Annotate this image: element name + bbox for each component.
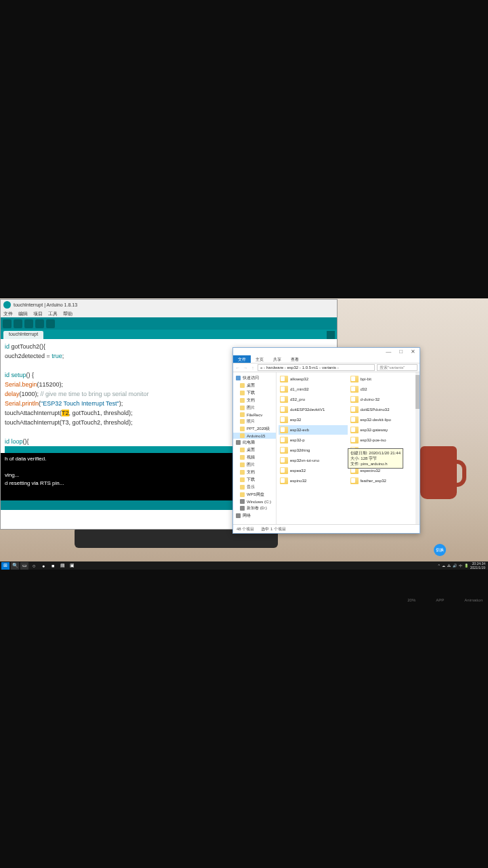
search-input[interactable]: 搜索"variants" bbox=[377, 364, 418, 371]
folder-icon bbox=[350, 396, 359, 403]
taskbar-taskview-icon[interactable]: ▭ bbox=[20, 562, 28, 570]
maximize-button[interactable]: □ bbox=[399, 349, 403, 355]
folder-icon bbox=[280, 477, 288, 484]
tree-pc-dl[interactable]: 下载 bbox=[233, 476, 276, 484]
tree-pc-docs[interactable]: 文档 bbox=[233, 469, 276, 476]
tree-photos[interactable]: 照片 bbox=[233, 418, 276, 425]
taskbar-app2-icon[interactable]: ■ bbox=[49, 562, 57, 570]
menu-sketch[interactable]: 项目 bbox=[33, 311, 43, 317]
tree-this-pc[interactable]: 此电脑 bbox=[233, 439, 276, 446]
folder-item[interactable]: espea32 bbox=[279, 466, 348, 475]
start-button[interactable]: ⊞ bbox=[1, 562, 9, 570]
file-explorer-window[interactable]: — □ ✕ 文件 主页 共享 查看 ← → ↑ « hardware esp32… bbox=[232, 347, 420, 534]
tree-filerecv[interactable]: FileRecv bbox=[233, 412, 276, 418]
taskbar-search-icon[interactable]: 🔍 bbox=[11, 562, 19, 570]
folder-icon bbox=[280, 447, 288, 454]
save-button[interactable] bbox=[46, 319, 55, 328]
folder-item[interactable]: esp32-poe-iso bbox=[349, 435, 418, 445]
tray-network-icon[interactable]: 🖧 bbox=[447, 564, 451, 568]
folder-item[interactable]: esp32 bbox=[279, 415, 348, 425]
tree-downloads[interactable]: 下载 bbox=[233, 389, 276, 397]
ribbon-share[interactable]: 共享 bbox=[268, 355, 286, 363]
tree-pictures[interactable]: 图片 bbox=[233, 404, 276, 412]
tray-up-icon[interactable]: ^ bbox=[438, 564, 439, 568]
folder-item[interactable]: d-duino-32 bbox=[349, 395, 418, 404]
tray-volume-icon[interactable]: 🔊 bbox=[453, 564, 457, 568]
arduino-tabs: touchInterrupt bbox=[1, 330, 337, 339]
folder-item[interactable]: feather_esp32 bbox=[349, 476, 418, 486]
tree-pc-desktop[interactable]: 桌面 bbox=[233, 446, 276, 454]
explorer-statusbar: 48 个项目 选中 1 个项目 bbox=[233, 524, 420, 533]
arduino-logo-icon bbox=[3, 301, 11, 309]
menu-edit[interactable]: 编辑 bbox=[18, 311, 28, 317]
nav-fwd-icon[interactable]: → bbox=[243, 366, 248, 370]
nav-back-icon[interactable]: ← bbox=[235, 366, 241, 370]
open-button[interactable] bbox=[35, 319, 44, 328]
taskbar-app3-icon[interactable]: ▤ bbox=[58, 562, 66, 570]
folder-item[interactable]: esp32-evb bbox=[279, 425, 348, 435]
folder-icon bbox=[350, 477, 359, 484]
folder-icon bbox=[280, 376, 288, 382]
explorer-titlebar[interactable]: — □ ✕ bbox=[233, 348, 420, 355]
sketch-tab[interactable]: touchInterrupt bbox=[3, 331, 43, 339]
verify-button[interactable] bbox=[3, 319, 12, 328]
ribbon-file[interactable]: 文件 bbox=[233, 355, 251, 363]
close-button[interactable]: ✕ bbox=[411, 349, 415, 355]
folder-item[interactable]: esp32thing bbox=[279, 446, 348, 455]
taskbar-cortana-icon[interactable]: ○ bbox=[30, 562, 38, 570]
folder-item[interactable]: doitESPduino32 bbox=[349, 405, 418, 414]
folder-item[interactable]: esp32vn-iot-uno bbox=[279, 456, 348, 465]
ribbon-home[interactable]: 主页 bbox=[251, 355, 268, 363]
tray-battery-icon[interactable]: 🔋 bbox=[464, 564, 468, 568]
folder-item[interactable]: alksesp32 bbox=[279, 374, 348, 384]
arduino-menubar[interactable]: 文件 编辑 项目 工具 帮助 bbox=[1, 310, 337, 317]
folder-item[interactable]: espino32 bbox=[279, 476, 348, 486]
tree-documents[interactable]: 文档 bbox=[233, 397, 276, 404]
explorer-file-pane[interactable]: alksesp32bpi-bitd1_mini32d32d32_prod-dui… bbox=[277, 372, 420, 524]
folder-item[interactable]: esp32-p bbox=[279, 435, 348, 445]
tree-wps[interactable]: WPS网盘 bbox=[233, 491, 276, 498]
tree-desktop[interactable]: 桌面 bbox=[233, 382, 276, 389]
tray-ime-icon[interactable]: 中 bbox=[459, 564, 462, 568]
arduino-titlebar[interactable]: touchInterrupt | Arduino 1.8.13 bbox=[1, 300, 337, 310]
tree-d-drive[interactable]: 新加卷 (D:) bbox=[233, 505, 276, 512]
folder-item[interactable]: esp32-gateway bbox=[349, 425, 418, 435]
ribbon-view[interactable]: 查看 bbox=[286, 355, 304, 363]
breadcrumb[interactable]: « hardware esp32 1.0.5-rc1 variants bbox=[258, 364, 375, 371]
taskbar-clock[interactable]: 20:24:34 2021/1/19 bbox=[470, 561, 485, 570]
nav-up-icon[interactable]: ↑ bbox=[250, 366, 256, 370]
taskbar-app4-icon[interactable]: ▣ bbox=[68, 562, 76, 570]
folder-item[interactable]: bpi-bit bbox=[349, 374, 418, 384]
tab-menu-icon[interactable] bbox=[327, 331, 335, 339]
tree-arduino15[interactable]: Arduino15 bbox=[233, 433, 276, 439]
folder-icon bbox=[280, 386, 288, 393]
arduino-toolbar bbox=[1, 317, 337, 330]
folder-item[interactable]: d1_mini32 bbox=[279, 384, 348, 394]
menu-file[interactable]: 文件 bbox=[3, 311, 13, 317]
folder-item[interactable]: esp32-devkit-lipo bbox=[349, 415, 418, 425]
explorer-tree[interactable]: 快速访问 桌面 下载 文档 图片 FileRecv 照片 PPT_2020级 A… bbox=[233, 372, 277, 524]
folder-icon bbox=[280, 457, 288, 464]
tree-c-drive[interactable]: Windows (C:) bbox=[233, 498, 276, 505]
tree-pc-videos[interactable]: 视频 bbox=[233, 454, 276, 461]
tree-ppt[interactable]: PPT_2020级 bbox=[233, 425, 276, 433]
taskbar-app1-icon[interactable]: ● bbox=[39, 562, 47, 570]
folder-item[interactable]: d32_pro bbox=[279, 395, 348, 404]
tree-pc-music[interactable]: 音乐 bbox=[233, 484, 276, 491]
upload-button[interactable] bbox=[14, 319, 22, 328]
taskbar[interactable]: ⊞ 🔍 ▭ ○ ● ■ ▤ ▣ ^ ☁ 🖧 🔊 中 🔋 20:24:34 202… bbox=[0, 561, 488, 570]
scrollbar-vertical[interactable] bbox=[415, 372, 420, 524]
new-button[interactable] bbox=[24, 319, 33, 328]
tray-onedrive-icon[interactable]: ☁ bbox=[442, 564, 445, 568]
folder-icon bbox=[280, 467, 288, 474]
folder-item[interactable]: doitESP32devkitV1 bbox=[279, 405, 348, 414]
menu-help[interactable]: 帮助 bbox=[63, 311, 73, 317]
menu-tools[interactable]: 工具 bbox=[48, 311, 58, 317]
tree-network[interactable]: 网络 bbox=[233, 512, 276, 519]
tree-quick-access[interactable]: 快速访问 bbox=[233, 374, 276, 382]
floating-action-button[interactable]: 切换 bbox=[434, 544, 446, 556]
tree-pc-pictures[interactable]: 图片 bbox=[233, 461, 276, 469]
minimize-button[interactable]: — bbox=[386, 349, 391, 355]
explorer-navbar: ← → ↑ « hardware esp32 1.0.5-rc1 variant… bbox=[233, 363, 420, 372]
folder-item[interactable]: d32 bbox=[349, 384, 418, 394]
